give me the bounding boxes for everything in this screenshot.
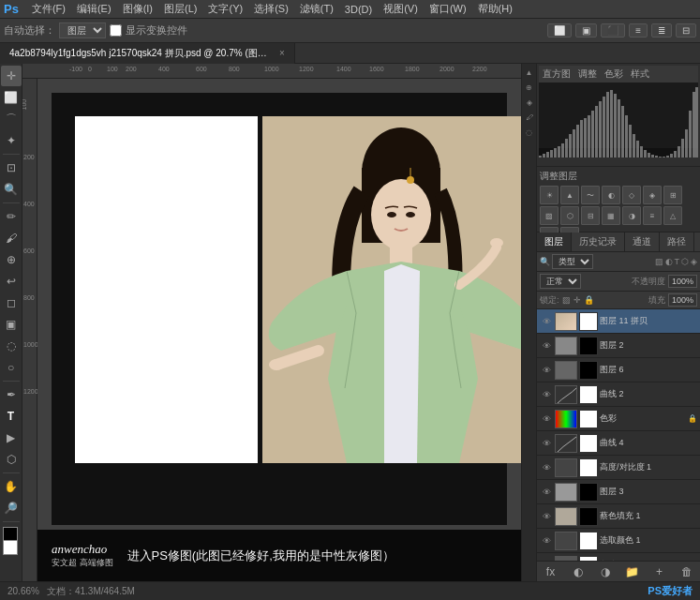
lock-all-btn[interactable]: 🔒: [584, 295, 594, 305]
layer-item[interactable]: 👁 蔡色填充 1: [537, 504, 700, 529]
pen-tool[interactable]: ✒: [1, 384, 22, 405]
align-btn-4[interactable]: ≡: [629, 23, 648, 38]
layer-item[interactable]: 👁 曲线 2: [537, 382, 700, 407]
layer-new-btn[interactable]: +: [651, 563, 668, 580]
align-btn-5[interactable]: ≣: [651, 23, 672, 38]
menu-layer[interactable]: 图层(L): [158, 0, 202, 18]
adj-threshold[interactable]: △: [663, 206, 682, 225]
lock-pixel-btn[interactable]: ▨: [562, 295, 571, 305]
layer-fx-btn[interactable]: fx: [543, 563, 559, 580]
adj-brightness[interactable]: ☀: [540, 186, 559, 204]
adj-curves[interactable]: 〜: [581, 186, 600, 204]
menu-image[interactable]: 图像(I): [117, 0, 158, 18]
brush-tool[interactable]: 🖌: [1, 228, 22, 248]
tab-close-btn[interactable]: ×: [279, 48, 285, 58]
adj-posterize[interactable]: ≡: [643, 206, 662, 225]
layer-visibility-toggle[interactable]: 👁: [540, 388, 553, 401]
move-tool[interactable]: ✛: [1, 66, 22, 86]
menu-edit[interactable]: 编辑(E): [71, 0, 117, 18]
document-tab[interactable]: 4a2b8794ly1fg1dgs5vh j21570qsk24 拼贝.psd …: [0, 43, 295, 64]
adj-photofilter[interactable]: ⬡: [560, 206, 579, 225]
lasso-tool[interactable]: ⌒: [1, 109, 22, 129]
shape-tool[interactable]: ⬡: [1, 449, 22, 470]
layer-visibility-toggle[interactable]: 👁: [540, 461, 553, 474]
layer-visibility-toggle[interactable]: 👁: [540, 486, 553, 499]
layer-filter-adj[interactable]: ◐: [665, 257, 673, 266]
layer-item[interactable]: 👁 图层 6: [537, 358, 700, 382]
spot-heal-tool[interactable]: ✏: [1, 206, 22, 227]
adj-vibrance[interactable]: ◇: [622, 186, 641, 204]
layer-item[interactable]: 👁 选取颜色 1: [537, 529, 700, 553]
layer-filter-text[interactable]: T: [675, 257, 680, 266]
layer-visibility-toggle[interactable]: 👁: [540, 510, 553, 523]
layers-tab-paths[interactable]: 路径: [660, 232, 694, 251]
histogram-tab[interactable]: 直方图: [543, 68, 571, 81]
layer-adjustment-btn[interactable]: ◑: [597, 563, 614, 580]
blur-tool[interactable]: ◌: [1, 336, 22, 356]
auto-select-dropdown[interactable]: 图层: [59, 22, 106, 38]
align-btn-6[interactable]: ⊟: [676, 23, 696, 38]
layer-filter-shape[interactable]: ⬡: [681, 257, 689, 266]
clone-stamp-tool[interactable]: ⊕: [1, 249, 22, 270]
background-color[interactable]: [3, 540, 18, 555]
menu-filter[interactable]: 滤镜(T): [294, 0, 339, 18]
history-brush-tool[interactable]: ↩: [1, 271, 22, 292]
adj-levels[interactable]: ▲: [560, 186, 579, 204]
menu-text[interactable]: 文字(Y): [202, 0, 248, 18]
menu-window[interactable]: 窗口(W): [424, 0, 472, 18]
crop-tool[interactable]: ⊡: [1, 158, 22, 178]
layers-tab-layers[interactable]: 图层: [537, 232, 572, 251]
opacity-value[interactable]: 100%: [668, 275, 697, 288]
layers-tab-history[interactable]: 历史记录: [572, 232, 625, 251]
layer-visibility-toggle[interactable]: 👁: [540, 412, 553, 426]
adj-channelmixer[interactable]: ⊟: [581, 206, 600, 225]
lock-position-btn[interactable]: ✛: [573, 295, 581, 305]
menu-file[interactable]: 文件(F): [26, 0, 71, 18]
layer-item[interactable]: 👁 高度/对比度 1: [537, 456, 700, 480]
fill-value[interactable]: 100%: [668, 293, 697, 307]
layer-filter-pixel[interactable]: ▨: [655, 257, 663, 266]
adj-colorbalance[interactable]: ⊞: [663, 186, 682, 204]
adj-bw[interactable]: ▨: [540, 206, 559, 225]
layer-visibility-toggle[interactable]: 👁: [540, 315, 553, 328]
align-btn-2[interactable]: ▣: [575, 23, 597, 38]
magic-wand-tool[interactable]: ✦: [1, 130, 22, 151]
layer-visibility-toggle[interactable]: 👁: [540, 364, 553, 377]
layer-mask-btn[interactable]: ◐: [570, 563, 587, 580]
zoom-tool[interactable]: 🔎: [1, 498, 22, 518]
adjustment-tab[interactable]: 调整: [578, 68, 597, 81]
style-tab[interactable]: 样式: [631, 68, 649, 81]
path-select-tool[interactable]: ▶: [1, 428, 22, 448]
layer-item[interactable]: 👁 曲线 4: [537, 431, 700, 456]
blend-mode-select[interactable]: 正常: [540, 274, 581, 289]
layer-group-btn[interactable]: 📁: [624, 563, 641, 580]
mini-tool-1[interactable]: ▲: [523, 66, 536, 79]
menu-select[interactable]: 选择(S): [248, 0, 294, 18]
eyedropper-tool[interactable]: 🔍: [1, 179, 22, 200]
layer-filter-smart[interactable]: ◈: [691, 257, 697, 266]
text-tool[interactable]: T: [1, 406, 22, 427]
mini-tool-4[interactable]: 🖊: [523, 111, 536, 124]
mini-tool-2[interactable]: ⊕: [523, 81, 536, 94]
show-transform-checkbox[interactable]: [110, 24, 122, 37]
adj-hsl[interactable]: ◈: [643, 186, 662, 204]
menu-help[interactable]: 帮助(H): [472, 0, 518, 18]
color-tab[interactable]: 色彩: [604, 68, 623, 81]
menu-view[interactable]: 视图(V): [378, 0, 424, 18]
layer-kind-filter[interactable]: 类型: [552, 254, 593, 269]
hand-tool[interactable]: ✋: [1, 476, 22, 497]
layer-delete-btn[interactable]: 🗑: [678, 563, 695, 580]
align-btn-3[interactable]: ⬛: [601, 23, 625, 38]
layer-item[interactable]: 👁 图层 11 拼贝: [537, 309, 700, 334]
eraser-tool[interactable]: ◻: [1, 292, 22, 313]
canvas-area[interactable]: -100 0 100 200 400 600 800 1000 1200 140…: [22, 64, 521, 581]
menu-3d[interactable]: 3D(D): [339, 0, 378, 18]
marquee-tool[interactable]: ⬜: [1, 87, 22, 108]
layer-visibility-toggle[interactable]: 👁: [540, 534, 553, 548]
layer-item[interactable]: 👁 色阶 1: [537, 553, 700, 561]
canvas-content[interactable]: anwenchao 安文超 高端修图 进入PS修图(此图已经修好,我用的是中性灰…: [37, 79, 521, 581]
adj-exposure[interactable]: ◐: [602, 186, 620, 204]
mini-tool-5[interactable]: ◌: [523, 126, 536, 139]
layer-visibility-toggle[interactable]: 👁: [540, 339, 553, 352]
layers-tab-channels[interactable]: 通道: [625, 232, 660, 251]
